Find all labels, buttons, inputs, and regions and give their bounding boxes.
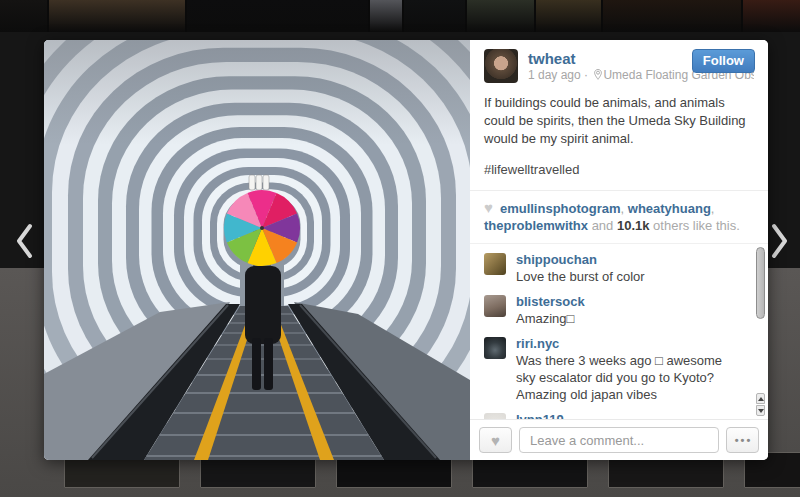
background-photo-tile xyxy=(49,0,185,32)
next-post-button[interactable] xyxy=(764,218,794,264)
previous-post-button[interactable] xyxy=(10,218,40,264)
comment-row: lynn119That umbrella is a nice touch! xyxy=(470,407,754,419)
commenter-avatar[interactable] xyxy=(484,295,506,317)
comment-body: shippouchanLove the burst of color xyxy=(516,252,744,285)
commenter-username[interactable]: blistersock xyxy=(516,294,744,310)
commenter-username[interactable]: riri.nyc xyxy=(516,336,744,352)
background-photo-tile xyxy=(743,0,800,32)
caption-hashtag[interactable]: #lifewelltravelled xyxy=(470,148,768,177)
comment-body: riri.nycWas there 3 weeks ago □ awesome … xyxy=(516,336,744,403)
background-photo-tile xyxy=(603,0,741,32)
background-photo-tile xyxy=(0,0,47,32)
comment-row: blistersockAmazing□ xyxy=(470,289,754,331)
background-photo-tile xyxy=(370,0,402,32)
tunnel-umbrella-photo xyxy=(44,40,470,460)
comment-body: blistersockAmazing□ xyxy=(516,294,744,327)
lightbox-overlay: Follow twheat 1 day ago · Umeda Floating… xyxy=(0,0,800,497)
post-header: Follow twheat 1 day ago · Umeda Floating… xyxy=(470,40,768,84)
location-pin-icon xyxy=(594,69,602,84)
comment-composer: ♥ ••• xyxy=(470,419,768,460)
liker-username[interactable]: wheatyhuang xyxy=(628,201,711,216)
like-button[interactable]: ♥ xyxy=(479,427,512,453)
background-photo-tile xyxy=(187,0,368,32)
background-photo-grid xyxy=(0,0,800,32)
post-caption: If buildings could be animals, and anima… xyxy=(470,84,768,148)
likes-heart-icon: ♥ xyxy=(484,199,493,216)
post-timestamp: 1 day ago xyxy=(528,68,581,82)
background-photo-tile xyxy=(467,0,534,32)
commenter-avatar[interactable] xyxy=(484,413,506,419)
comment-row: shippouchanLove the burst of color xyxy=(470,247,754,289)
follow-button[interactable]: Follow xyxy=(692,49,755,73)
post-detail-panel: Follow twheat 1 day ago · Umeda Floating… xyxy=(470,40,768,460)
chevron-right-icon xyxy=(774,226,785,256)
triangle-down-icon xyxy=(758,409,764,413)
commenter-username[interactable]: lynn119 xyxy=(516,412,744,419)
post-photo[interactable] xyxy=(44,40,470,460)
comment-text: Love the burst of color xyxy=(516,268,744,285)
liker-username[interactable]: theproblemwithx xyxy=(484,218,588,233)
likes-row: ♥emullinsphotogram, wheatyhuang, theprob… xyxy=(470,190,768,243)
comments-section: shippouchanLove the burst of colorbliste… xyxy=(470,243,768,419)
post-modal: Follow twheat 1 day ago · Umeda Floating… xyxy=(44,40,768,460)
commenter-avatar[interactable] xyxy=(484,337,506,359)
likes-count: 10.1k xyxy=(617,218,650,233)
author-avatar[interactable] xyxy=(484,49,518,83)
comment-text: Was there 3 weeks ago □ awesome sky esca… xyxy=(516,352,744,403)
comment-input[interactable] xyxy=(519,427,719,453)
scrollbar-thumb[interactable] xyxy=(756,247,765,319)
triangle-up-icon xyxy=(758,397,764,401)
more-options-button[interactable]: ••• xyxy=(726,427,759,453)
scrollbar-down-button[interactable] xyxy=(756,405,765,416)
comment-list: shippouchanLove the burst of colorbliste… xyxy=(470,247,754,419)
scrollbar-up-button[interactable] xyxy=(756,393,765,404)
comment-row: riri.nycWas there 3 weeks ago □ awesome … xyxy=(470,331,754,407)
comments-scrollbar xyxy=(756,247,766,416)
chevron-left-icon xyxy=(19,226,30,256)
commenter-avatar[interactable] xyxy=(484,253,506,275)
background-photo-tile xyxy=(536,0,601,32)
comment-body: lynn119That umbrella is a nice touch! xyxy=(516,412,744,419)
meta-separator: · xyxy=(584,68,588,82)
liker-username[interactable]: emullinsphotogram xyxy=(500,201,621,216)
comment-text: Amazing□ xyxy=(516,310,744,327)
commenter-username[interactable]: shippouchan xyxy=(516,252,744,268)
background-photo-tile xyxy=(404,0,465,32)
